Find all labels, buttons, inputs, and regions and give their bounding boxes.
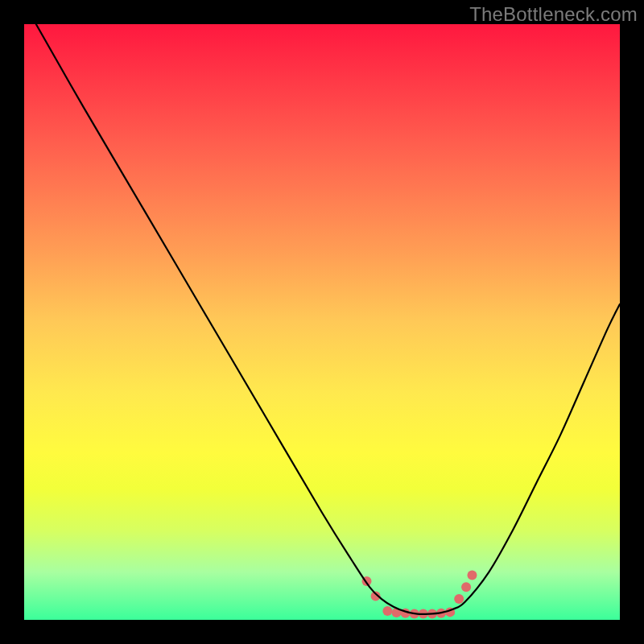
marker-dot — [467, 571, 477, 580]
chart-frame: TheBottleneck.com — [0, 0, 644, 644]
marker-dots — [362, 571, 477, 619]
plot-area — [24, 24, 620, 620]
marker-dot — [454, 594, 464, 604]
marker-dot — [382, 606, 392, 616]
chart-svg — [24, 24, 620, 620]
bottleneck-curve — [36, 24, 620, 614]
watermark-text: TheBottleneck.com — [469, 3, 638, 26]
marker-dot — [461, 582, 471, 592]
